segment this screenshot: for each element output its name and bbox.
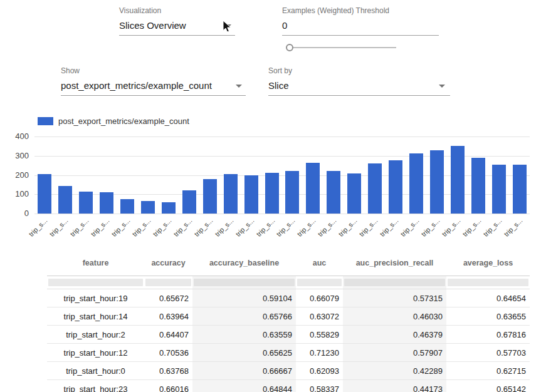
table-row-trip_start_hour:23[interactable]: trip_start_hour:230.660160.648440.583370… (47, 380, 530, 392)
bar-12[interactable] (285, 171, 299, 214)
metric-cell: 0.62715 (446, 362, 530, 380)
table-row-trip_start_hour:2[interactable]: trip_start_hour:20.644070.635590.558290.… (47, 326, 530, 344)
filter-input-feature[interactable] (48, 279, 143, 286)
column-header-accuracy[interactable]: accuracy (144, 250, 192, 276)
sort-by-value: Slice (268, 80, 289, 91)
column-header-feature[interactable]: feature (47, 250, 144, 276)
threshold-label: Examples (Weighted) Threshold (282, 6, 439, 15)
bar-1[interactable] (58, 186, 72, 214)
chart-legend: post_export_metrics/example_count (38, 116, 189, 126)
metric-cell: 0.44173 (343, 380, 446, 392)
filter-input-accuracy_baseline[interactable] (194, 279, 295, 286)
filter-cell (144, 276, 192, 289)
y-axis-tick-label: 300 (0, 151, 29, 161)
legend-swatch (38, 117, 53, 125)
show-value: post_export_metrics/example_count (61, 80, 212, 91)
visualization-control: Visualization Slices Overview (119, 6, 235, 36)
metric-cell: 0.65625 (192, 344, 296, 362)
bar-9[interactable] (224, 174, 238, 214)
metric-cell: 0.46379 (343, 326, 446, 344)
bar-10[interactable] (244, 175, 258, 214)
bar-13[interactable] (306, 163, 320, 214)
bar-6[interactable] (162, 202, 176, 214)
column-header-accuracy_baseline[interactable]: accuracy_baseline (192, 250, 296, 276)
column-header-average_loss[interactable]: average_loss (446, 250, 530, 276)
metric-cell: 0.70536 (144, 344, 192, 362)
y-axis-tick-label: 100 (0, 189, 29, 199)
table-row-trip_start_hour:14[interactable]: trip_start_hour:140.639640.657660.630720… (47, 307, 530, 326)
table-row-trip_start_hour:0[interactable]: trip_start_hour:00.637680.666670.620930.… (47, 362, 530, 380)
visualization-value: Slices Overview (119, 20, 186, 31)
metric-cell: 0.64654 (446, 289, 530, 307)
gridline (34, 214, 530, 214)
bar-chart: 0100200300400trip_s...trip_s...trip_s...… (0, 126, 541, 252)
metric-cell: 0.55829 (296, 326, 343, 344)
bar-16[interactable] (368, 163, 382, 214)
filter-input-average_loss[interactable] (448, 279, 528, 286)
bar-20[interactable] (451, 146, 465, 214)
bar-18[interactable] (409, 153, 423, 214)
chevron-down-icon (439, 85, 445, 88)
chevron-down-icon (225, 24, 231, 28)
feature-cell: trip_start_hour:23 (47, 380, 144, 392)
slider-track[interactable] (289, 47, 396, 48)
filter-cell (446, 276, 530, 289)
column-header-auc[interactable]: auc (296, 250, 343, 276)
bar-22[interactable] (492, 165, 506, 214)
threshold-slider[interactable] (286, 43, 396, 52)
bar-3[interactable] (100, 192, 113, 214)
visualization-label: Visualization (119, 6, 235, 15)
metric-cell: 0.58337 (296, 380, 343, 392)
metric-cell: 0.59104 (192, 289, 296, 307)
table-head: featureaccuracyaccuracy_baselineaucauc_p… (47, 250, 530, 289)
filter-cell (296, 276, 343, 289)
sort-by-select[interactable]: Slice (268, 75, 450, 96)
threshold-input[interactable]: 0 (282, 15, 439, 36)
table-row-trip_start_hour:12[interactable]: trip_start_hour:120.705360.656250.712300… (47, 344, 530, 362)
bar-14[interactable] (327, 171, 340, 214)
filter-input-auc[interactable] (297, 279, 342, 286)
metric-cell: 0.65766 (192, 307, 296, 326)
bar-11[interactable] (265, 173, 279, 214)
column-header-auc_precision_recall[interactable]: auc_precision_recall (343, 250, 446, 276)
bar-4[interactable] (120, 199, 134, 214)
bar-15[interactable] (347, 173, 361, 214)
bar-5[interactable] (141, 201, 155, 214)
bar-8[interactable] (203, 179, 217, 214)
filter-cell (192, 276, 296, 289)
bar-0[interactable] (38, 174, 51, 214)
metric-cell: 0.63655 (446, 307, 530, 326)
y-axis-tick-label: 200 (0, 170, 29, 180)
metric-cell: 0.57703 (446, 344, 530, 362)
filter-input-auc_precision_recall[interactable] (344, 279, 445, 286)
metric-cell: 0.67816 (446, 326, 530, 344)
table-row-trip_start_hour:19[interactable]: trip_start_hour:190.656720.591040.660790… (47, 289, 530, 307)
metrics-table: featureaccuracyaccuracy_baselineaucauc_p… (47, 250, 530, 392)
filter-input-accuracy[interactable] (145, 279, 191, 286)
bar-19[interactable] (430, 150, 444, 214)
feature-cell: trip_start_hour:2 (47, 326, 144, 344)
metric-cell: 0.62093 (296, 362, 343, 380)
feature-cell: trip_start_hour:14 (47, 307, 144, 326)
show-control: Show post_export_metrics/example_count (61, 66, 246, 96)
show-label: Show (61, 66, 246, 75)
metric-cell: 0.63072 (296, 307, 343, 326)
bar-2[interactable] (79, 192, 93, 214)
table-header-row: featureaccuracyaccuracy_baselineaucauc_p… (47, 250, 530, 276)
bar-17[interactable] (389, 160, 402, 214)
metric-cell: 0.64844 (192, 380, 296, 392)
metric-cell: 0.65142 (446, 380, 530, 392)
feature-cell: trip_start_hour:0 (47, 362, 144, 380)
bar-23[interactable] (513, 165, 527, 214)
table-filter-row (47, 276, 530, 289)
show-select[interactable]: post_export_metrics/example_count (61, 75, 246, 96)
metric-cell: 0.71230 (296, 344, 343, 362)
slider-thumb[interactable] (286, 44, 293, 51)
threshold-control: Examples (Weighted) Threshold 0 (282, 6, 439, 36)
bar-7[interactable] (182, 190, 196, 214)
chevron-down-icon (236, 85, 242, 88)
visualization-select[interactable]: Slices Overview (119, 15, 235, 36)
metric-cell: 0.63964 (144, 307, 192, 326)
bar-21[interactable] (471, 158, 485, 214)
metric-cell: 0.66079 (296, 289, 343, 307)
